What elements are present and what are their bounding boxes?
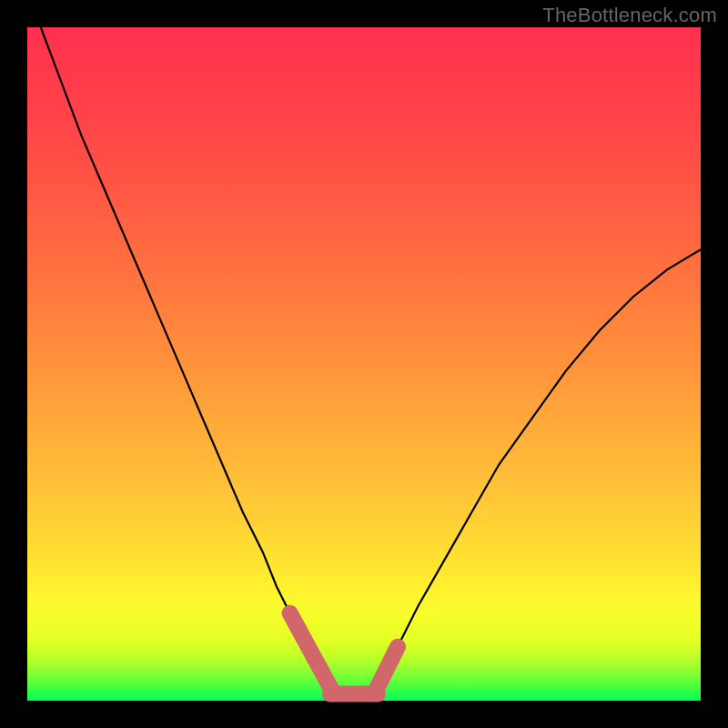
curve-svg: [27, 27, 701, 701]
plot-area: [27, 27, 701, 701]
highlight-segment: [290, 613, 330, 687]
highlight-segment: [378, 647, 398, 687]
optimal-range-highlight: [290, 613, 398, 694]
bottleneck-curve: [41, 27, 701, 694]
watermark-text: TheBottleneck.com: [542, 4, 717, 27]
chart-frame: TheBottleneck.com: [0, 0, 728, 728]
